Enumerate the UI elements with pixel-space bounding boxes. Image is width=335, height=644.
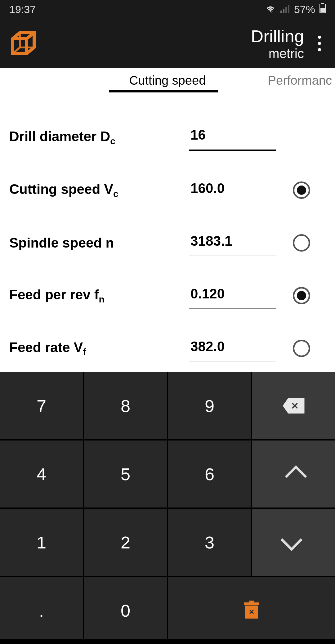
row-spindle-speed: Spindle speed n 3183.1 bbox=[9, 217, 326, 269]
chevron-down-icon bbox=[280, 529, 302, 551]
key-4[interactable]: 4 bbox=[0, 441, 83, 508]
radio-feed-rate[interactable] bbox=[293, 340, 310, 357]
key-3[interactable]: 3 bbox=[168, 509, 251, 576]
input-spindle-speed[interactable]: 3183.1 bbox=[189, 230, 276, 256]
status-right: ↓↑ 57% bbox=[265, 3, 326, 16]
input-drill-diameter[interactable]: 16 bbox=[189, 124, 276, 151]
form: Drill diameter Dc 16 Cutting speed Vc 16… bbox=[0, 92, 335, 375]
svg-rect-3 bbox=[285, 7, 287, 13]
row-feed-rate: Feed rate Vf 382.0 bbox=[9, 322, 326, 375]
svg-text:↓↑: ↓↑ bbox=[270, 10, 274, 13]
app-titles: Drilling metric bbox=[37, 26, 310, 61]
tab-cutting-speed[interactable]: Cutting speed bbox=[120, 70, 215, 91]
overflow-menu-icon[interactable] bbox=[310, 29, 329, 57]
key-7[interactable]: 7 bbox=[0, 372, 83, 439]
status-bar: 19:37 ↓↑ 57% bbox=[0, 0, 335, 19]
app-title: Drilling bbox=[37, 26, 304, 46]
row-drill-diameter: Drill diameter Dc 16 bbox=[9, 111, 326, 164]
radio-spindle-speed[interactable] bbox=[293, 234, 310, 252]
tab-performance[interactable]: Performanc bbox=[258, 70, 335, 91]
key-down[interactable] bbox=[252, 509, 335, 576]
app-bar: Drilling metric bbox=[0, 19, 335, 68]
key-dot[interactable]: . bbox=[0, 577, 83, 644]
radio-feed-per-rev[interactable] bbox=[293, 287, 310, 304]
numeric-keypad: 7 8 9 4 5 6 1 2 3 . 0 bbox=[0, 372, 335, 644]
key-8[interactable]: 8 bbox=[84, 372, 167, 439]
backspace-icon bbox=[283, 398, 305, 414]
input-feed-rate[interactable]: 382.0 bbox=[189, 336, 276, 361]
key-5[interactable]: 5 bbox=[84, 441, 167, 508]
row-feed-per-rev: Feed per rev fn 0.120 bbox=[9, 269, 326, 322]
key-clear[interactable] bbox=[168, 577, 335, 644]
label-cutting-speed: Cutting speed Vc bbox=[9, 181, 189, 199]
key-0[interactable]: 0 bbox=[84, 577, 167, 644]
label-feed-per-rev: Feed per rev fn bbox=[9, 287, 189, 305]
svg-rect-7 bbox=[320, 8, 325, 12]
key-backspace[interactable] bbox=[252, 372, 335, 439]
row-cutting-speed: Cutting speed Vc 160.0 bbox=[9, 164, 326, 217]
app-logo-icon[interactable] bbox=[9, 29, 37, 57]
svg-rect-1 bbox=[280, 11, 282, 13]
label-drill-diameter: Drill diameter Dc bbox=[9, 129, 189, 146]
app-subtitle: metric bbox=[37, 46, 304, 61]
svg-rect-4 bbox=[288, 5, 289, 13]
status-time: 19:37 bbox=[9, 3, 265, 16]
radio-cutting-speed[interactable] bbox=[293, 181, 310, 199]
input-feed-per-rev[interactable]: 0.120 bbox=[189, 283, 276, 309]
trash-icon bbox=[244, 602, 259, 619]
signal-icon bbox=[280, 3, 290, 16]
tab-bar: Cutting speed Performanc bbox=[0, 68, 335, 92]
system-nav-bar bbox=[0, 639, 335, 644]
chevron-up-icon bbox=[285, 465, 307, 487]
battery-icon bbox=[319, 3, 326, 16]
key-6[interactable]: 6 bbox=[168, 441, 251, 508]
label-feed-rate: Feed rate Vf bbox=[9, 340, 189, 357]
key-9[interactable]: 9 bbox=[168, 372, 251, 439]
input-cutting-speed[interactable]: 160.0 bbox=[189, 177, 276, 203]
wifi-icon: ↓↑ bbox=[265, 3, 276, 16]
svg-rect-2 bbox=[283, 9, 284, 13]
tab-indicator bbox=[109, 90, 218, 92]
battery-percent: 57% bbox=[294, 3, 315, 16]
key-up[interactable] bbox=[252, 441, 335, 508]
label-spindle-speed: Spindle speed n bbox=[9, 235, 189, 251]
key-2[interactable]: 2 bbox=[84, 509, 167, 576]
key-1[interactable]: 1 bbox=[0, 509, 83, 576]
